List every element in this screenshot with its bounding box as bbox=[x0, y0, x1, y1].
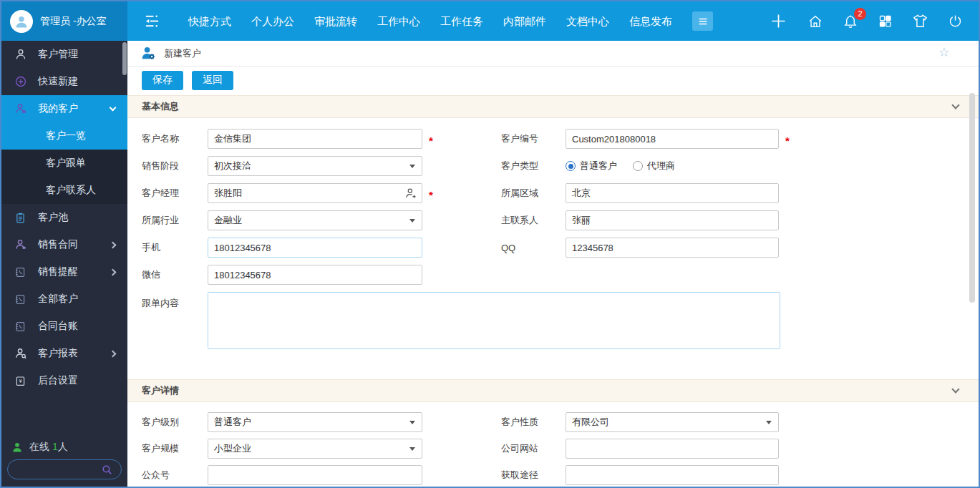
main-contact-input[interactable] bbox=[566, 210, 779, 230]
sidebar-item-all-customers[interactable]: 全部客户 bbox=[1, 286, 127, 313]
sidebar-item-customer-list[interactable]: 客户一览 bbox=[1, 122, 127, 150]
field-follow-content: 跟单内容 bbox=[142, 292, 780, 349]
field-label: 所属区域 bbox=[501, 187, 566, 200]
collapse-chevron-icon[interactable] bbox=[951, 101, 959, 109]
sidebar-item-backend-settings[interactable]: ¥ 后台设置 bbox=[1, 367, 127, 394]
region-input[interactable] bbox=[566, 183, 779, 203]
sidebar-item-my-customers[interactable]: 我的客户 bbox=[1, 95, 127, 122]
notifications-bell-icon[interactable]: 2 bbox=[843, 14, 858, 29]
nav-internal-mail[interactable]: 内部邮件 bbox=[493, 1, 556, 41]
sidebar-item-customer-pool[interactable]: 客户池 bbox=[1, 204, 127, 231]
customer-manager-input[interactable] bbox=[208, 183, 422, 203]
field-label: 客户编号 bbox=[501, 132, 566, 145]
customer-level-select[interactable]: 普通客户 bbox=[208, 412, 422, 432]
page-title: 新建客户 bbox=[164, 47, 201, 60]
field-company-website: 公司网站 bbox=[501, 439, 779, 459]
select-value: 金融业 bbox=[214, 214, 242, 227]
nav-personal-office[interactable]: 个人办公 bbox=[241, 1, 304, 41]
collapse-chevron-icon[interactable] bbox=[951, 385, 959, 393]
sidebar-item-label: 客户跟单 bbox=[46, 157, 86, 170]
field-customer-nature: 客户性质 有限公司 bbox=[501, 412, 779, 432]
sidebar-item-label: 快速新建 bbox=[38, 75, 78, 88]
sidebar-item-label: 客户管理 bbox=[38, 48, 78, 61]
field-label: 客户名称 bbox=[142, 132, 208, 145]
main-navigation: 快捷方式 个人办公 审批流转 工作中心 工作任务 内部邮件 文档中心 信息发布 bbox=[178, 1, 682, 41]
home-icon[interactable] bbox=[807, 14, 823, 29]
select-value: 小型企业 bbox=[214, 442, 251, 455]
field-main-contact: 主联系人 bbox=[501, 210, 779, 230]
sidebar-item-customer-reports[interactable]: 客户报表 bbox=[1, 340, 127, 367]
field-customer-scale: 客户规模 小型企业 bbox=[142, 439, 422, 459]
sidebar-item-contract-ledger[interactable]: 合同台账 bbox=[1, 313, 127, 340]
sidebar-search-input[interactable] bbox=[7, 459, 122, 479]
field-customer-type: 客户类型 普通客户 代理商 bbox=[501, 156, 675, 176]
favorite-star-icon[interactable]: ☆ bbox=[938, 46, 950, 59]
nav-document-center[interactable]: 文档中心 bbox=[556, 1, 619, 41]
sidebar-item-quick-create[interactable]: 快速新建 bbox=[1, 68, 127, 95]
customer-name-input[interactable] bbox=[208, 129, 422, 149]
field-label: 客户规模 bbox=[142, 442, 208, 455]
person-card-icon bbox=[14, 238, 29, 251]
nav-work-center[interactable]: 工作中心 bbox=[367, 1, 430, 41]
select-value: 初次接洽 bbox=[214, 160, 251, 172]
person-plus-icon[interactable] bbox=[404, 187, 417, 200]
official-account-input[interactable] bbox=[208, 465, 422, 485]
customer-nature-select[interactable]: 有限公司 bbox=[566, 412, 779, 432]
sidebar-item-label: 客户一览 bbox=[46, 130, 86, 142]
radio-agent[interactable]: 代理商 bbox=[633, 160, 675, 172]
collapse-menu-icon[interactable] bbox=[143, 14, 161, 29]
add-icon[interactable] bbox=[769, 11, 788, 31]
apps-grid-icon[interactable] bbox=[878, 14, 893, 29]
field-label: 客户级别 bbox=[142, 416, 208, 429]
follow-content-textarea[interactable] bbox=[208, 292, 780, 349]
field-label: 客户经理 bbox=[142, 187, 208, 200]
radio-label: 代理商 bbox=[647, 160, 675, 172]
sidebar-item-sales-reminders[interactable]: 销售提醒 bbox=[1, 258, 127, 286]
company-website-input[interactable] bbox=[566, 439, 779, 459]
mobile-input[interactable] bbox=[208, 238, 422, 258]
field-label: 获取途径 bbox=[501, 469, 566, 482]
nav-shortcuts[interactable]: 快捷方式 bbox=[178, 1, 241, 41]
section-title: 客户详情 bbox=[142, 384, 179, 397]
hamburger-icon bbox=[697, 15, 709, 28]
save-button[interactable]: 保存 bbox=[142, 71, 183, 90]
chevron-right-icon bbox=[110, 350, 117, 357]
qq-input[interactable] bbox=[566, 238, 779, 258]
radio-label: 普通客户 bbox=[580, 160, 617, 172]
power-logout-icon[interactable] bbox=[948, 14, 963, 29]
acquisition-channel-input[interactable] bbox=[566, 465, 779, 485]
field-label: 主联系人 bbox=[501, 214, 566, 227]
nav-approval-flow[interactable]: 审批流转 bbox=[304, 1, 367, 41]
customer-scale-select[interactable]: 小型企业 bbox=[208, 439, 422, 459]
chevron-down-icon bbox=[110, 104, 117, 112]
nav-work-tasks[interactable]: 工作任务 bbox=[430, 1, 493, 41]
sidebar-scrollbar-thumb[interactable] bbox=[122, 42, 127, 75]
sidebar-item-label: 全部客户 bbox=[38, 293, 78, 306]
radio-normal-customer[interactable]: 普通客户 bbox=[566, 160, 617, 172]
caret-down-icon bbox=[766, 421, 772, 424]
sidebar-item-customer-follow[interactable]: 客户跟单 bbox=[1, 150, 127, 177]
sidebar-item-customer-management[interactable]: 客户管理 bbox=[1, 41, 127, 68]
customer-no-input[interactable] bbox=[566, 129, 779, 149]
sidebar-item-label: 销售合同 bbox=[38, 238, 78, 251]
required-marker: * bbox=[785, 131, 790, 147]
sidebar-item-sales-contracts[interactable]: 销售合同 bbox=[1, 231, 127, 258]
wechat-input[interactable] bbox=[208, 265, 422, 285]
sidebar-item-customer-contacts[interactable]: 客户联系人 bbox=[1, 177, 127, 204]
select-value: 有限公司 bbox=[572, 416, 609, 429]
user-block[interactable]: 管理员 -办公室 bbox=[1, 1, 127, 41]
notification-badge: 2 bbox=[854, 8, 866, 20]
caret-down-icon bbox=[409, 421, 415, 424]
sales-stage-select[interactable]: 初次接洽 bbox=[208, 156, 422, 176]
back-button[interactable]: 返回 bbox=[192, 71, 233, 90]
sidebar-item-label: 销售提醒 bbox=[38, 265, 78, 278]
section-customer-detail: 客户详情 bbox=[127, 379, 979, 402]
industry-select[interactable]: 金融业 bbox=[208, 210, 422, 230]
sidebar-item-label: 我的客户 bbox=[38, 102, 78, 115]
caret-down-icon bbox=[409, 219, 415, 223]
theme-shirt-icon[interactable] bbox=[912, 13, 928, 29]
content-scrollbar-thumb[interactable] bbox=[969, 93, 975, 303]
nav-info-publish[interactable]: 信息发布 bbox=[619, 1, 682, 41]
more-menu-button[interactable] bbox=[692, 11, 713, 31]
field-label: 销售阶段 bbox=[142, 160, 208, 172]
